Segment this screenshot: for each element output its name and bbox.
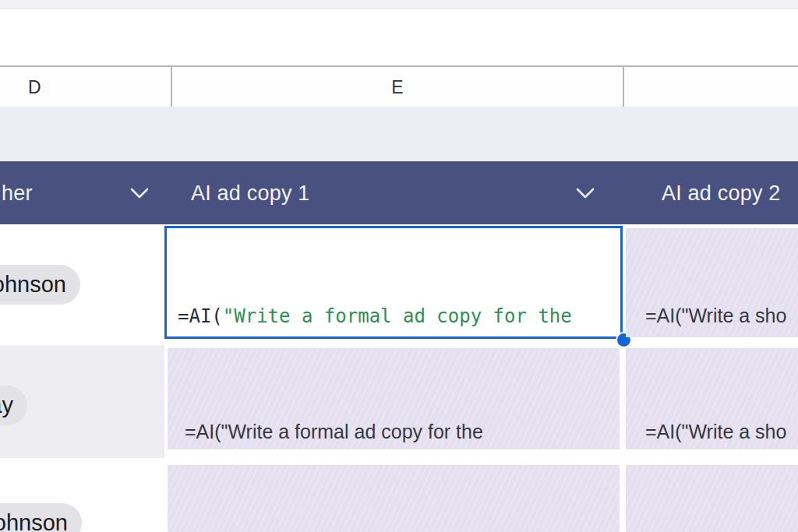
spreadsheet-viewport: D E her AI ad copy 1 AI ad copy 2 ohnson… [0, 0, 798, 532]
field-header-row: her AI ad copy 1 AI ad copy 2 [0, 161, 798, 224]
chevron-down-icon[interactable] [575, 187, 595, 199]
cell-text: =AI("Write a sho copy for the pro object… [645, 358, 786, 449]
selected-cell-e2[interactable]: =AI("Write a formal ad copy for the prod… [164, 226, 623, 339]
column-divider-d-e[interactable] [171, 65, 172, 107]
cell-e-row4[interactable]: =AI("Write a formal ad copy for the prod… [168, 465, 620, 532]
name-pill[interactable]: ohnson [0, 503, 82, 532]
formula-string-line1: "Write a formal ad copy for the [223, 305, 572, 327]
column-letter-d[interactable]: D [28, 77, 41, 98]
cell-text: =AI("Write a formal ad copy for the prod… [185, 475, 529, 532]
field-header-ai-ad-copy-2[interactable]: AI ad copy 2 [662, 181, 781, 206]
formula-prefix: =AI( [178, 305, 223, 327]
cell-f-row4[interactable]: =AI("Write a sho copy for the pro [626, 465, 798, 532]
cell-text: =AI("Write a formal ad copy for the prod… [185, 358, 529, 449]
chevron-down-icon[interactable] [129, 187, 150, 199]
column-letter-e[interactable]: E [391, 77, 403, 98]
column-divider-e-f[interactable] [623, 65, 624, 107]
cell-text: =AI("Write a sho copy for the pro [645, 475, 786, 532]
cell-f-row3[interactable]: =AI("Write a sho copy for the pro object… [626, 348, 798, 449]
toolbar-spacer-band [0, 107, 798, 161]
column-letter-band: D E [0, 65, 798, 107]
window-top-strip [0, 0, 798, 9]
cell-text: =AI("Write a sho copy for the pro object… [645, 241, 786, 337]
cell-f-row2[interactable]: =AI("Write a sho copy for the pro object… [626, 228, 798, 337]
field-header-ai-ad-copy-1[interactable]: AI ad copy 1 [191, 181, 310, 206]
field-header-previous-partial[interactable]: her [2, 181, 33, 206]
name-pill[interactable]: ohnson [0, 265, 80, 305]
cell-e-row3[interactable]: =AI("Write a formal ad copy for the prod… [168, 348, 620, 449]
